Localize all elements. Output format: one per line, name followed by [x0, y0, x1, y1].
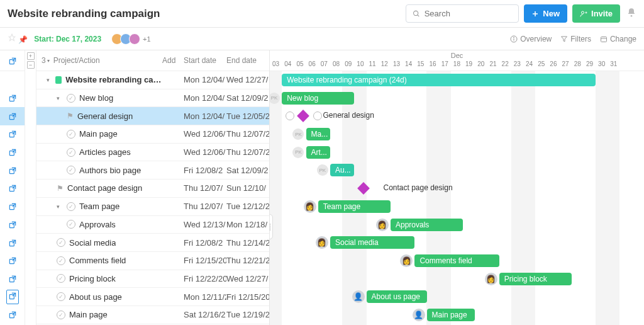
task-name[interactable]: Main page: [79, 129, 118, 139]
collapse-all-button[interactable]: −: [27, 61, 35, 69]
gantt-body[interactable]: Website rebranding campaign (24d)New blo…: [270, 71, 644, 325]
status-check-icon[interactable]: ✓: [57, 238, 65, 247]
status-check-icon[interactable]: ✓: [67, 148, 75, 157]
gantt-bar[interactable]: Main page: [427, 309, 475, 321]
change-link[interactable]: Change: [600, 35, 636, 43]
end-date-cell[interactable]: Sat 12/09/2: [226, 166, 269, 175]
start-date-cell[interactable]: Mon 12/11/2: [184, 292, 226, 302]
link-handle[interactable]: [286, 111, 294, 120]
end-date-cell[interactable]: Tue 12/05/2: [226, 111, 269, 121]
table-row[interactable]: ✓Main pageWed 12/06/Thu 12/07/2: [36, 125, 269, 144]
task-name[interactable]: Articles pages: [79, 147, 131, 157]
avatars-more-count[interactable]: +1: [143, 35, 151, 43]
table-row[interactable]: ✓ApprovalsWed 12/13/Mon 12/18/: [36, 216, 269, 234]
member-avatars[interactable]: +1: [114, 33, 151, 45]
table-row[interactable]: ✓Articles pagesWed 12/06/Thu 12/07/2: [36, 144, 269, 162]
start-date-cell[interactable]: Wed 12/06/: [184, 129, 226, 139]
gantt-row[interactable]: Main page: [270, 306, 644, 324]
status-check-icon[interactable]: ✓: [57, 311, 65, 319]
table-row[interactable]: ✓Social mediaFri 12/08/2Thu 12/14/2: [36, 234, 269, 252]
table-row[interactable]: ⚑Contact page designThu 12/07/Sun 12/10/: [36, 180, 269, 198]
start-date-cell[interactable]: Fri 12/08/2: [184, 238, 226, 248]
avatar[interactable]: [129, 33, 140, 45]
start-date-cell[interactable]: Fri 12/22/20: [184, 274, 226, 283]
col-end-header[interactable]: End date: [226, 56, 269, 65]
end-date-cell[interactable]: Thu 12/14/2: [226, 238, 269, 248]
gantt-bar[interactable]: Ma...: [306, 128, 330, 140]
open-external-icon[interactable]: [8, 57, 17, 66]
task-name[interactable]: About us page: [69, 292, 122, 302]
start-date-cell[interactable]: Thu 12/07/: [184, 202, 226, 211]
gantt-row[interactable]: Website rebranding campaign (24d): [270, 71, 644, 89]
invite-button[interactable]: Invite: [572, 4, 620, 23]
end-date-cell[interactable]: Fri 12/15/20: [226, 292, 269, 302]
assignee-avatar[interactable]: [352, 290, 365, 303]
start-date-cell[interactable]: Fri 12/08/2: [184, 166, 226, 175]
gantt-bar[interactable]: Approvals: [391, 219, 463, 231]
end-date-cell[interactable]: Tue 12/12/2: [226, 202, 269, 211]
task-name[interactable]: General design: [77, 111, 133, 121]
link-handle[interactable]: [313, 111, 322, 120]
search-input[interactable]: [425, 9, 513, 18]
gantt-row[interactable]: About us page: [270, 288, 644, 306]
expand-caret-icon[interactable]: ▾: [57, 203, 63, 210]
open-external-icon[interactable]: [8, 239, 17, 248]
table-row[interactable]: ▾✓Team pageThu 12/07/Tue 12/12/2: [36, 198, 269, 216]
gantt-bar[interactable]: Website rebranding campaign (24d): [282, 74, 596, 86]
gantt-row[interactable]: Social media: [270, 234, 644, 252]
gantt-bar[interactable]: About us page: [367, 290, 427, 303]
task-name[interactable]: Team page: [79, 202, 119, 211]
end-date-cell[interactable]: Sat 12/09/2: [226, 93, 269, 103]
end-date-cell[interactable]: Sun 12/10/: [226, 183, 269, 193]
gantt-row[interactable]: Ma...PK: [270, 125, 644, 144]
gantt-row[interactable]: Au...PK: [270, 161, 644, 180]
start-date-cell[interactable]: Mon 12/04/: [184, 111, 226, 121]
level-dropdown[interactable]: 3 ▾: [42, 56, 50, 65]
assignee-avatar[interactable]: PK: [317, 164, 328, 176]
end-date-cell[interactable]: Wed 12/27/: [226, 274, 269, 283]
open-external-icon[interactable]: [8, 148, 17, 157]
assignee-avatar[interactable]: PK: [292, 128, 304, 140]
table-row[interactable]: ✓About us pageMon 12/11/2Fri 12/15/20: [36, 288, 269, 306]
table-row[interactable]: ✓Main pageSat 12/16/2Tue 12/19/2: [36, 306, 269, 324]
col-project-header[interactable]: 3 ▾ Project/Action: [36, 56, 162, 65]
open-external-icon[interactable]: [8, 311, 17, 319]
start-date-cell[interactable]: Mon 12/04/: [184, 75, 226, 84]
status-check-icon[interactable]: ✓: [67, 94, 75, 103]
panel-resize-handle[interactable]: [270, 214, 273, 239]
assignee-avatar[interactable]: PK: [270, 93, 280, 104]
assignee-avatar[interactable]: [400, 254, 413, 267]
start-date-cell[interactable]: Thu 12/07/: [184, 183, 226, 193]
assignee-avatar[interactable]: PK: [292, 147, 304, 158]
end-date-cell[interactable]: Thu 12/07/2: [226, 129, 269, 139]
open-external-icon[interactable]: [8, 292, 17, 300]
task-name[interactable]: Contact page design: [67, 183, 142, 193]
gantt-bar[interactable]: Comments field: [414, 254, 499, 267]
filters-link[interactable]: Filters: [560, 35, 591, 43]
task-name[interactable]: Authors bio page: [79, 166, 141, 175]
col-start-header[interactable]: Start date: [184, 56, 226, 65]
end-date-cell[interactable]: Tue 12/19/2: [226, 310, 269, 319]
gantt-row[interactable]: New blogPK: [270, 89, 644, 108]
assignee-avatar[interactable]: [316, 236, 328, 249]
open-external-icon[interactable]: [8, 202, 17, 211]
open-external-icon[interactable]: [8, 256, 17, 265]
end-date-cell[interactable]: Thu 12/07/2: [226, 147, 269, 157]
task-name[interactable]: Approvals: [79, 220, 116, 229]
open-external-icon[interactable]: [8, 130, 17, 139]
table-row[interactable]: ▾✓New blogMon 12/04/Sat 12/09/2: [36, 89, 269, 108]
gantt-bar[interactable]: Social media: [330, 236, 414, 249]
status-check-icon[interactable]: ✓: [67, 202, 75, 211]
open-external-icon[interactable]: [8, 184, 17, 193]
assignee-avatar[interactable]: [376, 219, 389, 231]
gantt-row[interactable]: Comments field: [270, 252, 644, 270]
open-external-icon[interactable]: [8, 275, 17, 283]
start-date-cell[interactable]: Sat 12/16/2: [184, 310, 226, 319]
status-check-icon[interactable]: ✓: [67, 220, 75, 229]
assignee-avatar[interactable]: [304, 200, 316, 213]
table-row[interactable]: ▾Website rebranding campaignMon 12/04/We…: [36, 71, 269, 89]
task-name[interactable]: Comments field: [69, 256, 126, 265]
notifications-bell-icon[interactable]: [626, 8, 636, 20]
end-date-cell[interactable]: Wed 12/27/: [226, 75, 269, 84]
gantt-row[interactable]: Art...PK: [270, 144, 644, 162]
